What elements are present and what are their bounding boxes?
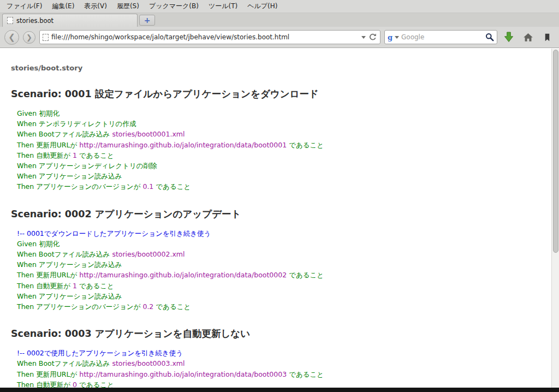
search-input[interactable] <box>401 33 483 41</box>
step-text: Given 初期化 <box>17 240 60 248</box>
page-content: stories/boot.story Scenario: 0001 設定ファイル… <box>0 49 559 388</box>
step-line: Then 更新用URLが http://tamurashingo.github.… <box>17 140 543 150</box>
step-param: 0.2 <box>142 302 153 311</box>
screen-edge <box>0 388 559 392</box>
bookmark-button[interactable] <box>539 29 555 45</box>
step-text: であること <box>77 151 114 159</box>
search-engine-chevron-icon[interactable] <box>395 36 399 39</box>
url-bar[interactable] <box>39 30 380 44</box>
step-line: !-- 0001でダウンロードしたアプリケーションを引き続き使う <box>17 228 543 239</box>
step-text: When Bootファイル読み込み <box>17 250 112 258</box>
downloads-button[interactable] <box>501 29 516 45</box>
menu-help[interactable]: ヘルプ(H) <box>243 0 282 13</box>
search-icon[interactable] <box>485 33 494 41</box>
scenario-title: Scenario: 0001 設定ファイルからアプリケーションをダウンロード <box>11 87 543 100</box>
step-line: When Bootファイル読み込み stories/boot0001.xml <box>17 129 543 139</box>
search-bar[interactable]: g <box>384 30 497 44</box>
plus-icon: + <box>144 16 151 24</box>
navigation-toolbar: ❮ ❯ g <box>0 27 559 48</box>
step-param: 1 <box>73 282 77 290</box>
step-text: であること <box>153 302 191 311</box>
step-text: であること <box>77 381 114 388</box>
step-text: であること <box>287 141 324 149</box>
home-button[interactable] <box>520 29 536 45</box>
step-comment: !-- 0001でダウンロードしたアプリケーションを引き続き使う <box>17 229 211 237</box>
step-param: 1 <box>73 151 77 159</box>
menu-edit[interactable]: 編集(E) <box>47 0 79 13</box>
step-param: stories/boot0002.xml <box>112 250 185 258</box>
step-line: Then 更新用URLが http://tamurashingo.github.… <box>17 270 543 280</box>
step-text: であること <box>153 182 191 191</box>
step-text: When アプリケーション読み込み <box>17 292 122 300</box>
step-line: !-- 0002で使用したアプリケーションを引き続き使う <box>17 348 543 358</box>
step-list: !-- 0001でダウンロードしたアプリケーションを引き続き使うGiven 初期… <box>11 228 543 312</box>
step-line: When テンポラリディレクトリの作成 <box>17 118 543 129</box>
step-text: When Bootファイル読み込み <box>17 359 112 367</box>
url-input[interactable] <box>51 33 359 41</box>
url-dropdown-chevron-icon[interactable] <box>361 36 366 39</box>
tab-strip: stories.boot + <box>0 13 559 27</box>
menu-tools[interactable]: ツール(T) <box>204 0 242 13</box>
back-button[interactable]: ❮ <box>4 30 19 45</box>
step-text: Then 自動更新が <box>17 151 73 159</box>
step-line: Then 自動更新が 1 であること <box>17 281 543 291</box>
step-text: Then 自動更新が <box>17 381 73 388</box>
tab-stories-boot[interactable]: stories.boot <box>2 14 138 27</box>
download-icon <box>503 32 514 43</box>
step-text: Given 初期化 <box>17 109 60 117</box>
menu-file[interactable]: ファイル(F) <box>2 0 46 13</box>
step-line: Then 自動更新が 0 であること <box>17 379 543 388</box>
step-line: Given 初期化 <box>17 108 543 118</box>
step-text: であること <box>77 282 114 290</box>
step-text: Then 更新用URLが <box>17 141 79 149</box>
tab-title: stories.boot <box>16 17 53 25</box>
step-text: When アプリケーション読み込み <box>17 260 122 269</box>
step-line: Then アプリケーションのバージョンが 0.2 であること <box>17 301 543 312</box>
forward-button[interactable]: ❯ <box>23 31 35 44</box>
step-line: When アプリケーション読み込み <box>17 291 543 301</box>
step-line: When アプリケーションディレクトリの削除 <box>17 161 543 171</box>
step-text: When テンポラリディレクトリの作成 <box>17 120 136 128</box>
step-list: !-- 0002で使用したアプリケーションを引き続き使うWhen Bootファイ… <box>11 348 543 388</box>
step-line: When アプリケーション読み込み <box>17 259 543 270</box>
step-line: Then 更新用URLが http://tamurashingo.github.… <box>17 369 543 379</box>
step-line: When Bootファイル読み込み stories/boot0002.xml <box>17 249 543 259</box>
scenario-title: Scenario: 0002 アプリケーションのアップデート <box>11 207 543 221</box>
home-icon <box>523 32 533 43</box>
step-line: Given 初期化 <box>17 239 543 249</box>
scrollbar-thumb[interactable] <box>553 50 558 253</box>
step-param: stories/boot0003.xml <box>112 359 185 367</box>
story-title: stories/boot.story <box>11 64 543 72</box>
menu-history[interactable]: 履歴(S) <box>112 0 144 13</box>
page-scrollbar[interactable] <box>551 49 559 388</box>
step-text: であること <box>287 370 324 378</box>
step-param: http://tamurashingo.github.io/jalo/integ… <box>79 370 287 378</box>
forward-icon: ❯ <box>26 34 32 41</box>
reload-icon[interactable] <box>368 33 377 41</box>
step-param: 0 <box>73 381 77 388</box>
step-line: Then アプリケーションのバージョンが 0.1 であること <box>17 181 543 192</box>
step-line: When Bootファイル読み込み stories/boot0003.xml <box>17 358 543 369</box>
step-comment: !-- 0002で使用したアプリケーションを引き続き使う <box>17 349 183 357</box>
menu-bookmarks[interactable]: ブックマーク(B) <box>145 0 203 13</box>
step-text: When アプリケーション読み込み <box>17 172 122 180</box>
step-text: When アプリケーションディレクトリの削除 <box>17 162 157 170</box>
step-list: Given 初期化When テンポラリディレクトリの作成When Bootファイ… <box>11 108 543 192</box>
step-param: stories/boot0001.xml <box>112 130 185 138</box>
step-text: Then 更新用URLが <box>17 370 79 378</box>
step-line: Then 自動更新が 1 であること <box>17 150 543 161</box>
scenario-block: Scenario: 0003 アプリケーションを自動更新しない!-- 0002で… <box>11 327 543 388</box>
menu-view[interactable]: 表示(V) <box>80 0 111 13</box>
step-text: Then アプリケーションのバージョンが <box>17 302 142 311</box>
new-tab-button[interactable]: + <box>139 15 155 26</box>
bookmark-icon <box>543 33 551 42</box>
step-text: であること <box>287 271 324 279</box>
scenario-list: Scenario: 0001 設定ファイルからアプリケーションをダウンロードGi… <box>11 87 543 388</box>
back-icon: ❮ <box>8 33 15 41</box>
google-logo-icon: g <box>388 33 393 41</box>
step-text: Then 更新用URLが <box>17 271 79 279</box>
site-identity-icon <box>43 34 49 41</box>
scenario-title: Scenario: 0003 アプリケーションを自動更新しない <box>11 327 543 340</box>
step-param: http://tamurashingo.github.io/jalo/integ… <box>79 271 287 279</box>
step-line: When アプリケーション読み込み <box>17 171 543 181</box>
